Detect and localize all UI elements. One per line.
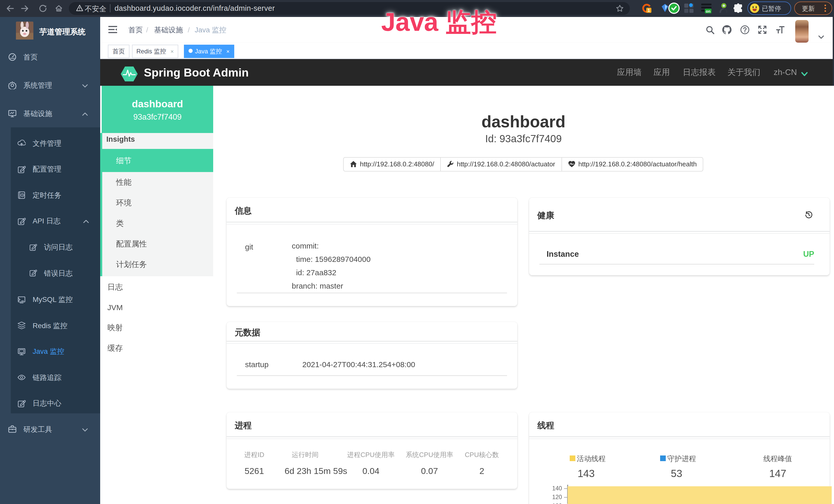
svg-text:on: on	[706, 9, 710, 13]
svg-text:1: 1	[648, 8, 650, 13]
